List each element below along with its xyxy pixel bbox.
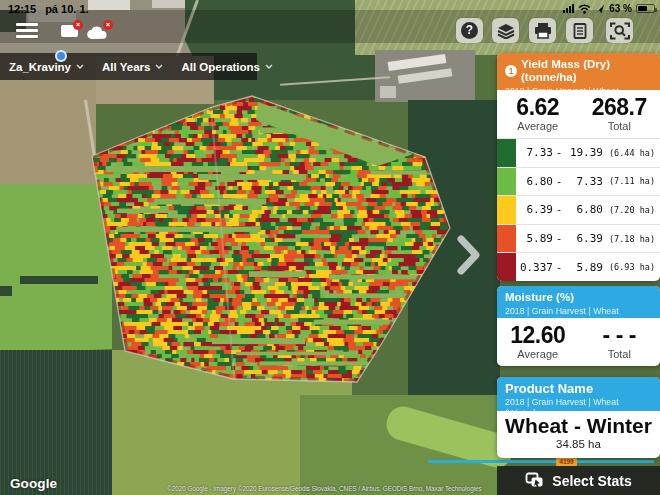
select-stats-label: Select Stats bbox=[552, 473, 631, 489]
legend-row[interactable]: 5.89-6.39(7.18 ha) bbox=[497, 224, 660, 253]
legend-area: (6.93 ha) bbox=[603, 262, 655, 272]
legend-swatch bbox=[497, 139, 516, 167]
chevron-down-icon bbox=[155, 64, 163, 69]
battery-icon bbox=[636, 4, 655, 13]
legend-swatch bbox=[497, 253, 516, 281]
legend-row[interactable]: 0.337-5.89(6.93 ha) bbox=[497, 252, 660, 281]
legend-max: 6.80 bbox=[565, 203, 603, 216]
legend-area: (7.11 ha) bbox=[603, 176, 655, 186]
location-arrow-icon bbox=[595, 4, 605, 14]
product-card[interactable]: Product Name 2018 | Grain Harvest | Whea… bbox=[497, 377, 660, 458]
yield-total-value: 268.7 bbox=[579, 94, 660, 120]
select-stats-button[interactable]: Select Stats bbox=[497, 466, 660, 495]
legend-max: 6.39 bbox=[565, 232, 603, 245]
product-name-value: Wheat - Winter bbox=[497, 414, 660, 438]
alert-badge: × bbox=[73, 20, 83, 30]
legend-row[interactable]: 7.33-19.39(6.44 ha) bbox=[497, 138, 660, 167]
legend-area: (6.44 ha) bbox=[603, 148, 655, 158]
moisture-total-value: - - - bbox=[579, 322, 660, 348]
yield-mass-card[interactable]: 1 Yield Mass (Dry) (tonne/ha) 2018 | Gra… bbox=[497, 53, 660, 281]
legend-dash: - bbox=[553, 232, 565, 245]
legend-max: 5.89 bbox=[565, 261, 603, 274]
layers-button[interactable] bbox=[492, 18, 519, 43]
legend-area: (7.18 ha) bbox=[603, 234, 655, 244]
legend-swatch bbox=[497, 196, 516, 224]
select-stats-icon bbox=[525, 472, 545, 489]
operation-select[interactable]: All Operations bbox=[172, 61, 282, 73]
legend-dash: - bbox=[553, 175, 565, 188]
legend-min: 5.89 bbox=[516, 232, 553, 245]
fieldview-app: 4199 12:15 pá 10. 1. 63 % × bbox=[0, 0, 660, 495]
chevron-down-icon bbox=[265, 64, 273, 69]
legend-swatch bbox=[497, 225, 516, 253]
legend-dash: - bbox=[553, 261, 565, 274]
cellular-signal-icon bbox=[563, 4, 574, 13]
help-button[interactable]: ? bbox=[456, 18, 483, 43]
filter-bar: Za_Kraviny All Years All Operations bbox=[0, 53, 257, 80]
product-card-header: Product Name 2018 | Grain Harvest | Whea… bbox=[497, 377, 660, 411]
yield-card-header: 1 Yield Mass (Dry) (tonne/ha) 2018 | Gra… bbox=[497, 53, 660, 90]
legend-dash: - bbox=[553, 146, 565, 159]
map-attribution: ©2020 Google - Imagery ©2020 Eurosense/G… bbox=[167, 485, 507, 492]
panel-collapse-chevron-icon[interactable] bbox=[456, 234, 482, 280]
scout-search-button[interactable] bbox=[606, 18, 633, 43]
legend-max: 7.33 bbox=[565, 175, 603, 188]
document-icon bbox=[571, 23, 589, 39]
legend-min: 6.80 bbox=[516, 175, 553, 188]
year-select-label: All Years bbox=[102, 61, 150, 73]
operation-select-label: All Operations bbox=[181, 61, 260, 73]
wifi-icon bbox=[578, 4, 591, 14]
alert-badge: × bbox=[103, 20, 113, 30]
cloud-sync-alert-button[interactable]: × bbox=[87, 25, 108, 43]
battery-percent: 63 % bbox=[609, 3, 632, 14]
map-boundary-line bbox=[428, 460, 654, 463]
moisture-total-label: Total bbox=[579, 348, 660, 360]
yield-card-title: Yield Mass (Dry) (tonne/ha) bbox=[521, 58, 652, 84]
status-bar-left: 12:15 pá 10. 1. bbox=[8, 3, 89, 15]
moisture-card[interactable]: Moisture (%) 2018 | Grain Harvest | Whea… bbox=[497, 286, 660, 366]
moisture-card-header: Moisture (%) 2018 | Grain Harvest | Whea… bbox=[497, 286, 660, 318]
status-date: pá 10. 1. bbox=[45, 3, 88, 15]
yield-average-value: 6.62 bbox=[497, 94, 579, 120]
report-button[interactable] bbox=[566, 18, 593, 43]
display-alert-button[interactable]: × bbox=[61, 25, 78, 37]
map-field-patch bbox=[88, 0, 130, 10]
yield-average-label: Average bbox=[497, 120, 579, 132]
year-select[interactable]: All Years bbox=[93, 61, 172, 73]
status-bar-right: 63 % bbox=[563, 3, 655, 14]
search-frame-icon bbox=[610, 22, 630, 40]
legend-swatch bbox=[497, 168, 516, 196]
moisture-average-label: Average bbox=[497, 348, 579, 360]
printer-icon bbox=[534, 23, 552, 39]
legend-min: 7.33 bbox=[516, 146, 553, 159]
map-hedge bbox=[0, 286, 12, 296]
layer-number-icon: 1 bbox=[505, 65, 517, 77]
field-id-badge: 4199 bbox=[556, 457, 577, 466]
field-select-label: Za_Kraviny bbox=[9, 61, 71, 73]
yield-total-label: Total bbox=[579, 120, 660, 132]
legend-dash: - bbox=[553, 203, 565, 216]
status-time: 12:15 bbox=[8, 3, 36, 15]
layers-icon bbox=[497, 23, 515, 39]
gps-location-dot bbox=[55, 50, 67, 62]
yield-map-overlay[interactable] bbox=[78, 86, 458, 388]
google-logo: Google bbox=[10, 476, 57, 491]
legend-area: (7.20 ha) bbox=[603, 205, 655, 215]
print-button[interactable] bbox=[529, 18, 556, 43]
field-select[interactable]: Za_Kraviny bbox=[0, 61, 93, 73]
product-area-value: 34.85 ha bbox=[497, 438, 660, 450]
legend-row[interactable]: 6.39-6.80(7.20 ha) bbox=[497, 195, 660, 224]
menu-button[interactable] bbox=[16, 23, 38, 41]
legend-max: 19.39 bbox=[565, 146, 603, 159]
legend-min: 0.337 bbox=[516, 261, 553, 274]
legend-row[interactable]: 6.80-7.33(7.11 ha) bbox=[497, 167, 660, 196]
product-card-title: Product Name bbox=[505, 382, 593, 395]
moisture-card-title: Moisture (%) bbox=[505, 291, 574, 304]
question-mark-icon: ? bbox=[461, 22, 478, 39]
legend-min: 6.39 bbox=[516, 203, 553, 216]
chevron-down-icon bbox=[76, 64, 84, 69]
moisture-average-value: 12.60 bbox=[497, 322, 579, 348]
